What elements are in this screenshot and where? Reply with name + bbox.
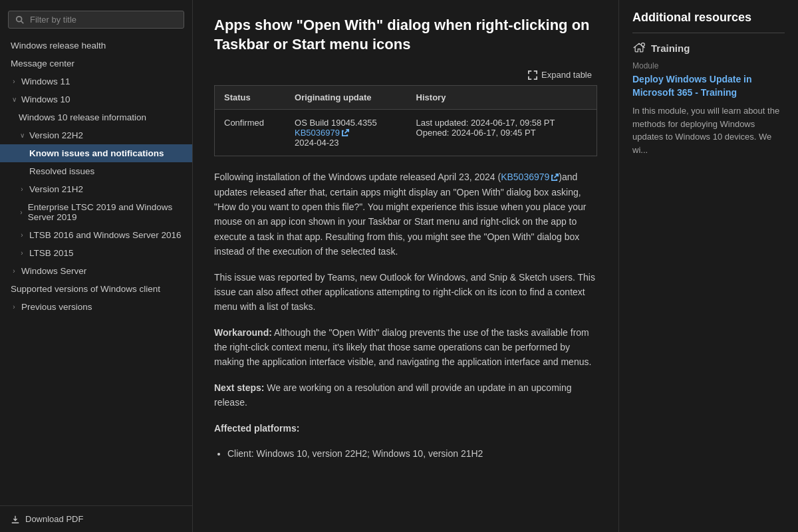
col-history: History <box>407 86 597 110</box>
sidebar-item-label: LTSB 2015 <box>29 248 74 258</box>
os-build-text: OS Build 19045.4355 <box>295 118 377 128</box>
body-paragraph-1: Following installation of the Windows up… <box>214 170 597 259</box>
sidebar-item-label: Message center <box>11 59 74 68</box>
main-content: Apps show "Open With" dialog when right-… <box>193 0 618 532</box>
module-desc: In this module, you will learn about the… <box>632 104 785 156</box>
chevron-down-icon: ∨ <box>19 132 25 139</box>
sidebar-item-label: Windows 10 <box>21 94 70 104</box>
last-updated: Last updated: 2024-06-17, 09:58 PT <box>416 118 555 128</box>
expand-table-button[interactable]: Expand table <box>523 67 597 82</box>
expand-table-label: Expand table <box>541 70 592 80</box>
chevron-right-icon: › <box>11 78 17 85</box>
search-icon <box>15 15 25 25</box>
sidebar-item-windows-11[interactable]: › Windows 11 <box>0 72 192 90</box>
sidebar-item-previous-versions[interactable]: › Previous versions <box>0 298 192 316</box>
sidebar-item-message-center[interactable]: Message center <box>0 55 192 72</box>
sidebar-item-label: Windows Server <box>21 266 86 276</box>
chevron-right-icon: › <box>11 268 17 275</box>
cell-originating-update: OS Build 19045.4355 KB5036979 2024-04-23 <box>285 110 407 156</box>
sidebar-item-version-22h2[interactable]: ∨ Version 22H2 <box>0 126 192 144</box>
sidebar-item-known-issues[interactable]: Known issues and notifications <box>0 144 192 162</box>
chevron-down-icon: ∨ <box>11 96 17 103</box>
body-text-after-link: )and updates released after that, certai… <box>214 172 586 257</box>
training-section: Training Module Deploy Windows Update in… <box>632 41 785 156</box>
opened-date: Opened: 2024-06-17, 09:45 PT <box>416 128 536 138</box>
cell-history: Last updated: 2024-06-17, 09:58 PT Opene… <box>407 110 597 156</box>
body-kb-link-text: KB5036979 <box>501 170 549 184</box>
content-body: Following installation of the Windows up… <box>214 170 597 461</box>
svg-point-2 <box>641 43 644 47</box>
training-title: Training <box>651 43 690 54</box>
body-kb-link[interactable]: KB5036979 <box>501 170 559 184</box>
next-steps-label: Next steps: <box>214 382 264 393</box>
external-link-icon <box>342 129 349 136</box>
list-item: Client: Windows 10, version 22H2; Window… <box>227 446 597 461</box>
body-affected-platforms-header: Affected platforms: <box>214 421 597 436</box>
chevron-right-icon: › <box>19 186 25 193</box>
next-steps-text: We are working on a resolution and will … <box>214 382 572 408</box>
chevron-right-icon: › <box>19 250 25 257</box>
body-text-before-link: Following installation of the Windows up… <box>214 172 501 182</box>
sidebar-item-ltsb-2015[interactable]: › LTSB 2015 <box>0 244 192 262</box>
sidebar-item-windows-10[interactable]: ∨ Windows 10 <box>0 90 192 108</box>
sidebar-item-label: Previous versions <box>21 302 92 312</box>
sidebar-item-windows-10-release-info[interactable]: Windows 10 release information <box>0 108 192 126</box>
col-status: Status <box>215 86 286 110</box>
sidebar-item-label: Windows 10 release information <box>19 112 146 122</box>
sidebar-item-label: Known issues and notifications <box>29 148 164 158</box>
col-originating-update: Originating update <box>285 86 407 110</box>
expand-table-bar: Expand table <box>214 67 597 82</box>
sidebar-item-label: LTSB 2016 and Windows Server 2016 <box>29 230 182 240</box>
body-workaround: Workaround: Although the "Open With" dia… <box>214 325 597 370</box>
right-panel-title: Additional resources <box>632 11 785 33</box>
sidebar-item-version-21h2[interactable]: › Version 21H2 <box>0 180 192 198</box>
module-link[interactable]: Deploy Windows Update in Microsoft 365 -… <box>632 73 785 99</box>
expand-icon <box>528 70 537 80</box>
sidebar-item-resolved-issues[interactable]: Resolved issues <box>0 162 192 180</box>
sidebar-item-label: Version 21H2 <box>29 184 83 194</box>
update-date: 2024-04-23 <box>295 138 339 148</box>
sidebar-item-label: Resolved issues <box>29 166 94 176</box>
sidebar-item-label: Windows release health <box>11 41 106 51</box>
sidebar-item-label: Supported versions of Windows client <box>11 284 160 294</box>
sidebar-item-label: Windows 11 <box>21 76 70 86</box>
training-header: Training <box>632 41 785 55</box>
download-pdf-button[interactable]: Download PDF <box>0 505 192 532</box>
chevron-right-icon: › <box>19 232 25 239</box>
right-panel: Additional resources Training Module Dep… <box>618 0 798 532</box>
module-label: Module <box>632 61 785 70</box>
sidebar-item-windows-release-health[interactable]: Windows release health <box>0 37 192 55</box>
sidebar-item-windows-server[interactable]: › Windows Server <box>0 262 192 280</box>
training-icon <box>632 41 646 55</box>
sidebar-item-supported-versions[interactable]: Supported versions of Windows client <box>0 280 192 298</box>
sidebar-item-enterprise-ltsc[interactable]: › Enterprise LTSC 2019 and Windows Serve… <box>0 198 192 226</box>
svg-point-0 <box>17 16 22 21</box>
kb-link[interactable]: KB5036979 <box>295 128 349 138</box>
table-row: Confirmed OS Build 19045.4355 KB5036979 … <box>215 110 597 156</box>
chevron-right-icon: › <box>11 304 17 311</box>
download-icon <box>11 515 20 524</box>
download-pdf-label: Download PDF <box>25 514 83 524</box>
external-link-icon-2 <box>551 174 559 181</box>
search-box[interactable] <box>8 11 184 29</box>
search-input[interactable] <box>30 15 177 25</box>
issue-table: Status Originating update History Confir… <box>214 85 597 156</box>
sidebar-item-label: Version 22H2 <box>29 130 83 140</box>
kb-link-text: KB5036979 <box>295 128 340 138</box>
sidebar-item-ltsb-2016[interactable]: › LTSB 2016 and Windows Server 2016 <box>0 226 192 244</box>
sidebar-item-label: Enterprise LTSC 2019 and Windows Server … <box>28 202 182 222</box>
svg-line-1 <box>21 21 24 23</box>
sidebar: Windows release health Message center › … <box>0 0 193 532</box>
body-next-steps: Next steps: We are working on a resoluti… <box>214 380 597 410</box>
body-paragraph-2: This issue was reported by Teams, new Ou… <box>214 270 597 315</box>
cell-status: Confirmed <box>215 110 286 156</box>
page-title: Apps show "Open With" dialog when right-… <box>214 16 597 54</box>
chevron-right-icon: › <box>19 209 24 215</box>
workaround-label: Workaround: <box>214 327 272 338</box>
affected-platforms-label: Affected platforms: <box>214 423 299 434</box>
affected-platforms-list: Client: Windows 10, version 22H2; Window… <box>227 446 597 461</box>
